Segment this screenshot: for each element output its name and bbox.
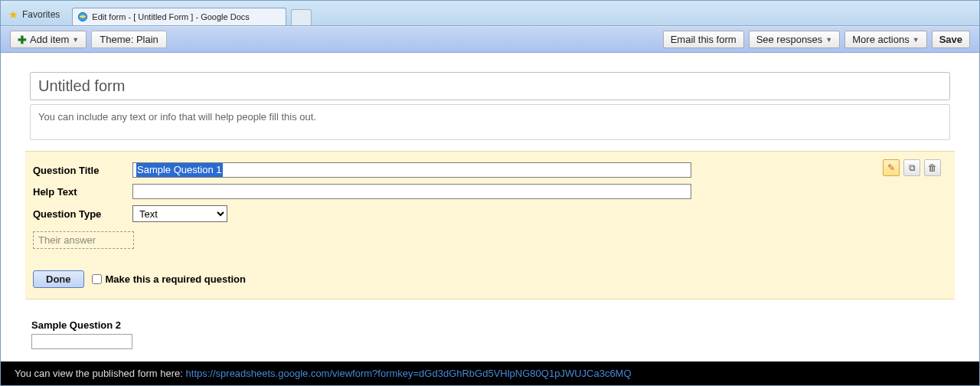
question-2-answer-input[interactable] (31, 334, 132, 349)
question-type-label: Question Type (33, 208, 132, 220)
answer-preview: Their answer (33, 231, 134, 249)
form-title-text: Untitled form (38, 77, 125, 94)
ie-icon (77, 11, 88, 22)
save-label: Save (939, 34, 962, 45)
add-item-label: Add item (30, 34, 69, 45)
see-responses-button[interactable]: See responses ▼ (749, 31, 841, 48)
star-icon: ★ (8, 8, 18, 21)
form-description-field[interactable]: You can include any text or info that wi… (30, 104, 950, 140)
chevron-down-icon: ▼ (825, 36, 832, 44)
help-text-input[interactable] (132, 184, 691, 199)
copy-icon: ⧉ (909, 162, 916, 173)
duplicate-question-button[interactable]: ⧉ (903, 159, 920, 176)
add-item-button[interactable]: ✚ Add item ▼ (10, 31, 87, 48)
question-editor: ✎ ⧉ 🗑 Question Title Sample Question 1 H… (25, 151, 955, 299)
chevron-down-icon: ▼ (72, 36, 79, 44)
published-form-link[interactable]: https://spreadsheets.google.com/viewform… (186, 368, 632, 379)
footer-lead: You can view the published form here: (15, 368, 186, 379)
form-description-text: You can include any text or info that wi… (38, 111, 316, 123)
email-form-label: Email this form (671, 34, 737, 45)
required-checkbox-label[interactable]: Make this a required question (92, 273, 247, 285)
required-label: Make this a required question (106, 273, 247, 285)
question-title-input[interactable]: Sample Question 1 (132, 162, 691, 178)
question-2-preview[interactable]: Sample Question 2 (30, 319, 950, 349)
favorites-button[interactable]: ★ Favorites (7, 8, 67, 25)
edit-question-button[interactable]: ✎ (883, 159, 900, 176)
browser-chrome: ★ Favorites Edit form - [ Untitled Form … (1, 1, 979, 26)
save-button[interactable]: Save (932, 31, 970, 48)
footer-bar: You can view the published form here: ht… (1, 361, 979, 385)
favorites-label: Favorites (22, 9, 60, 20)
theme-label: Theme: (100, 34, 133, 45)
delete-question-button[interactable]: 🗑 (924, 159, 941, 176)
trash-icon: 🗑 (928, 162, 937, 173)
pencil-icon: ✎ (887, 162, 895, 173)
see-responses-label: See responses (756, 34, 823, 45)
help-text-label: Help Text (33, 186, 132, 198)
question-title-value: Sample Question 1 (136, 163, 223, 177)
question-type-select[interactable]: Text (132, 205, 227, 222)
more-actions-label: More actions (852, 34, 909, 45)
email-form-button[interactable]: Email this form (663, 31, 744, 48)
new-tab-button[interactable] (291, 9, 312, 25)
more-actions-button[interactable]: More actions ▼ (844, 31, 926, 48)
form-toolbar: ✚ Add item ▼ Theme: Plain Email this for… (1, 26, 979, 53)
theme-value: Plain (136, 34, 158, 45)
answer-placeholder: Their answer (38, 234, 96, 246)
tab-title: Edit form - [ Untitled Form ] - Google D… (92, 12, 249, 21)
done-button[interactable]: Done (33, 270, 84, 288)
required-checkbox[interactable] (92, 274, 102, 284)
done-label: Done (46, 273, 71, 285)
plus-icon: ✚ (18, 34, 27, 45)
question-2-title: Sample Question 2 (31, 319, 950, 331)
theme-button[interactable]: Theme: Plain (91, 31, 167, 48)
form-title-field[interactable]: Untitled form (30, 72, 950, 100)
browser-tab[interactable]: Edit form - [ Untitled Form ] - Google D… (72, 8, 286, 25)
form-editor: Untitled form You can include any text o… (1, 53, 979, 358)
chevron-down-icon: ▼ (913, 36, 920, 44)
question-title-label: Question Title (33, 165, 132, 176)
